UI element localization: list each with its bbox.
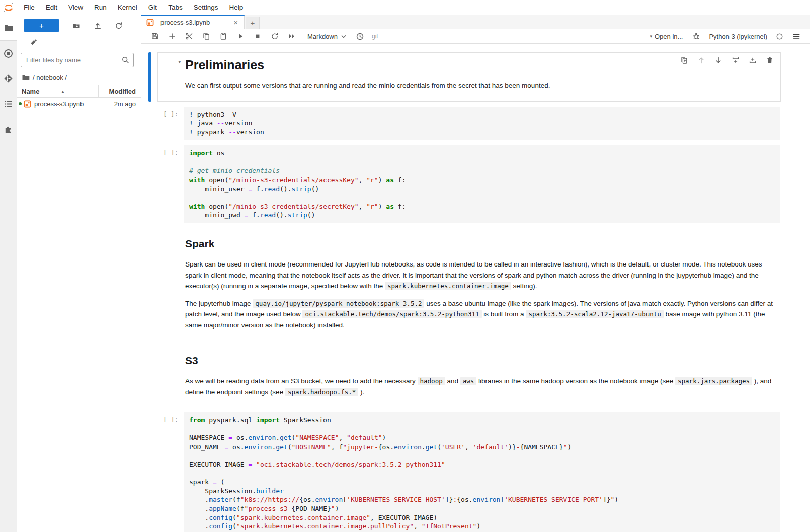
- new-tab-button[interactable]: +: [246, 17, 260, 29]
- file-browser-panel: +: [17, 15, 141, 532]
- markdown-paragraph: We can first output some versions that a…: [185, 80, 775, 92]
- search-icon: [121, 56, 130, 64]
- kernel-name[interactable]: Python 3 (ipykernel): [705, 33, 771, 40]
- refresh-icon[interactable]: [115, 22, 123, 30]
- sidebar-item-table-of-contents[interactable]: [0, 91, 17, 116]
- notebook-file-icon: [24, 100, 31, 108]
- inline-code: oci.stackable.tech/demos/spark:3.5.2-pyt…: [302, 310, 481, 318]
- cell-prompt: [ ]:: [158, 412, 184, 532]
- copy-cells-icon[interactable]: [198, 31, 215, 42]
- kernel-status-icon[interactable]: [771, 31, 788, 42]
- sidebar-item-file-browser[interactable]: [0, 15, 17, 40]
- duplicate-cell-icon[interactable]: [678, 55, 691, 65]
- notebook-cell[interactable]: [ ]:import os # get minio credentialswit…: [148, 145, 781, 224]
- paste-cells-icon[interactable]: [215, 31, 232, 42]
- column-modified[interactable]: Modified: [99, 87, 141, 95]
- dock-panel: process-s3.ipynb × +: [141, 15, 810, 532]
- close-tab-icon[interactable]: ×: [231, 18, 240, 27]
- sidebar-item-running-sessions[interactable]: [0, 41, 17, 66]
- stop-kernel-icon[interactable]: [249, 31, 266, 42]
- tab-process-s3[interactable]: process-s3.ipynb ×: [141, 15, 245, 29]
- cut-cells-icon[interactable]: [181, 31, 198, 42]
- file-filter-input[interactable]: [21, 53, 134, 67]
- jupyterlab-app: FileEditViewRunKernelGitTabsSettingsHelp: [0, 0, 810, 532]
- inline-code: aws: [460, 377, 477, 385]
- activity-bar: [0, 15, 17, 532]
- insert-cell-below-icon[interactable]: [746, 55, 759, 65]
- notebook-toolbar: Markdown git ▾ Open in... Python 3 (ipyk…: [141, 29, 810, 44]
- column-name[interactable]: Name: [22, 87, 39, 95]
- delete-cell-icon[interactable]: [763, 55, 776, 65]
- cell-type-dropdown[interactable]: Markdown: [300, 33, 351, 40]
- menu-item-edit[interactable]: Edit: [40, 4, 63, 11]
- code-editor[interactable]: ! python3 -V! java --version! pyspark --…: [184, 107, 780, 140]
- cell-collapser[interactable]: [148, 228, 151, 340]
- notebook-cell[interactable]: [ ]:from pyspark.sql import SparkSession…: [148, 412, 781, 532]
- code-editor[interactable]: from pyspark.sql import SparkSession NAM…: [184, 412, 780, 532]
- cell-collapser[interactable]: [148, 412, 151, 532]
- file-filter: [21, 53, 134, 67]
- cell-frame: SparkSpark can be used in client mode (r…: [157, 228, 781, 340]
- notebook-cell[interactable]: [ ]:! python3 -V! java --version! pyspar…: [148, 106, 781, 141]
- add-cell-icon[interactable]: [164, 31, 181, 42]
- move-cell-up-icon[interactable]: [695, 55, 708, 65]
- breadcrumb[interactable]: / notebook /: [17, 70, 141, 85]
- menu-item-help[interactable]: Help: [223, 4, 249, 11]
- markdown-paragraph: As we will be reading data from an S3 bu…: [185, 376, 775, 397]
- cell-collapser[interactable]: [148, 345, 151, 407]
- new-folder-icon[interactable]: [72, 22, 80, 30]
- markdown-heading: Spark: [185, 238, 775, 250]
- menu-item-tabs[interactable]: Tabs: [163, 4, 188, 11]
- move-cell-down-icon[interactable]: [712, 55, 725, 65]
- cell-type-value: Markdown: [307, 33, 338, 40]
- menu-item-kernel[interactable]: Kernel: [112, 4, 143, 11]
- upload-icon[interactable]: [94, 22, 102, 30]
- save-icon[interactable]: [146, 31, 164, 42]
- new-launcher-button[interactable]: +: [24, 19, 59, 32]
- cell-collapser[interactable]: [148, 52, 151, 102]
- menu-items: FileEditViewRunKernelGitTabsSettingsHelp: [18, 0, 249, 15]
- menu-item-settings[interactable]: Settings: [188, 4, 224, 11]
- menu-item-run[interactable]: Run: [89, 4, 112, 11]
- cell-prompt: [ ]:: [158, 107, 184, 140]
- menu-item-file[interactable]: File: [18, 4, 40, 11]
- sort-ascending-icon[interactable]: ▲: [60, 89, 65, 94]
- restart-run-all-icon[interactable]: [283, 31, 300, 42]
- file-name: process-s3.ipynb: [34, 100, 104, 108]
- git-clone-icon[interactable]: [30, 39, 38, 47]
- breadcrumb-path: / notebook /: [33, 74, 67, 81]
- kernel-running-dot: [19, 102, 22, 105]
- notebook-cell[interactable]: ▾PreliminariesWe can first output some v…: [148, 52, 781, 102]
- markdown-cell-content[interactable]: SparkSpark can be used in client mode (r…: [184, 229, 780, 340]
- notebook-cell[interactable]: SparkSpark can be used in client mode (r…: [148, 228, 781, 340]
- menu-item-git[interactable]: Git: [143, 4, 163, 11]
- cell-collapser[interactable]: [148, 106, 151, 141]
- jupyter-logo-icon: [3, 2, 14, 13]
- inline-code: hadoop: [418, 377, 445, 385]
- code-editor[interactable]: import os # get minio credentialswith op…: [184, 145, 780, 223]
- file-item[interactable]: process-s3.ipynb2m ago: [17, 98, 141, 110]
- run-cell-icon[interactable]: [232, 31, 249, 42]
- debugger-bug-icon[interactable]: [688, 31, 705, 42]
- notebook-cell[interactable]: S3As we will be reading data from an S3 …: [148, 345, 781, 407]
- file-list-header: Name▲ Modified: [17, 85, 141, 98]
- markdown-heading: S3: [185, 354, 775, 367]
- menu-item-view[interactable]: View: [63, 4, 89, 11]
- insert-cell-above-icon[interactable]: [729, 55, 742, 65]
- restart-kernel-icon[interactable]: [266, 31, 283, 42]
- execution-time-icon[interactable]: [351, 31, 369, 42]
- git-toolbar-label: git: [369, 33, 381, 40]
- cell-prompt: [ ]:: [158, 145, 184, 223]
- inline-code: spark.kubernetes.container.image: [385, 282, 511, 290]
- cell-collapser[interactable]: [148, 145, 151, 224]
- open-in-dropdown[interactable]: ▾ Open in...: [644, 33, 688, 40]
- file-modified: 2m ago: [104, 100, 136, 108]
- hamburger-menu-icon[interactable]: [788, 31, 805, 42]
- sidebar-item-extensions[interactable]: [0, 116, 17, 141]
- cell-prompt: [158, 345, 184, 407]
- markdown-cell-content[interactable]: S3As we will be reading data from an S3 …: [184, 345, 780, 407]
- menu-bar: FileEditViewRunKernelGitTabsSettingsHelp: [0, 0, 810, 15]
- sidebar-item-git[interactable]: [0, 66, 17, 91]
- heading-collapser-icon[interactable]: ▾: [178, 59, 181, 65]
- inline-code: spark.hadoopo.fs.*: [285, 388, 358, 396]
